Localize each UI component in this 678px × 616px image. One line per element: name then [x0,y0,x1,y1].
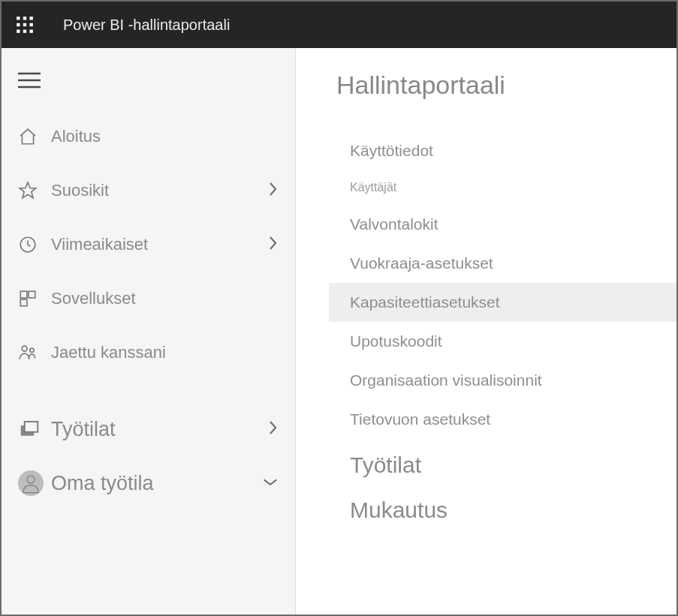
nav-item-label: Sovellukset [51,289,279,308]
app-title: Power BI -hallintaportaali [63,17,230,34]
nav-item-label: Työtilat [51,418,268,441]
admin-menu-item[interactable]: Käyttäjät [329,170,676,205]
svg-rect-19 [25,422,38,432]
svg-rect-13 [20,291,27,298]
topbar: Power BI -hallintaportaali [2,2,676,48]
avatar-icon [18,470,51,496]
nav-item-my-workspace[interactable]: Oma työtila [2,456,295,510]
svg-rect-5 [30,23,33,26]
svg-rect-4 [23,23,26,26]
svg-point-20 [27,476,35,483]
main-content: Hallintaportaali Käyttötiedot Käyttäjät … [296,48,676,614]
workspaces-icon [18,418,51,440]
svg-rect-2 [30,17,33,20]
admin-menu-item[interactable]: Mukautus [329,484,676,529]
svg-point-16 [22,346,27,351]
nav-list: Aloitus Suosikit Viimeaikaiset [2,110,295,380]
admin-menu-item[interactable]: Vuokraaja-asetukset [329,244,676,283]
shared-icon [18,343,51,362]
chevron-down-icon [262,476,279,490]
chevron-right-icon [268,180,279,201]
admin-menu: Käyttötiedot Käyttäjät Valvontalokit Vuo… [336,131,676,529]
svg-rect-0 [17,17,20,20]
home-icon [18,127,51,146]
admin-menu-item[interactable]: Käyttötiedot [329,131,676,170]
nav-item-workspaces[interactable]: Työtilat [2,402,295,456]
svg-rect-1 [23,17,26,20]
admin-menu-item[interactable]: Työtilat [329,439,676,484]
svg-rect-8 [30,30,33,33]
sidebar: Aloitus Suosikit Viimeaikaiset [2,48,296,614]
nav-item-favorites[interactable]: Suosikit [2,164,295,218]
nav-item-label: Oma työtila [51,472,262,495]
chevron-right-icon [268,234,279,255]
page-title: Hallintaportaali [336,71,676,100]
star-icon [18,181,51,200]
nav-item-label: Aloitus [51,127,279,146]
nav-item-label: Viimeaikaiset [51,235,268,254]
nav-item-label: Jaettu kanssani [51,343,279,362]
hamburger-button[interactable] [2,62,295,110]
nav-item-home[interactable]: Aloitus [2,110,295,164]
hamburger-icon [18,72,41,89]
svg-rect-7 [23,30,26,33]
app-launcher-button[interactable] [2,2,48,48]
clock-icon [18,235,51,254]
nav-item-label: Suosikit [51,181,268,200]
admin-menu-item[interactable]: Organisaation visualisoinnit [329,361,676,400]
svg-rect-6 [17,30,20,33]
svg-rect-14 [29,291,35,298]
svg-rect-15 [20,299,27,306]
admin-menu-item[interactable]: Valvontalokit [329,205,676,244]
admin-menu-item[interactable]: Tietovuon asetukset [329,400,676,439]
nav-item-recent[interactable]: Viimeaikaiset [2,218,295,272]
svg-rect-3 [17,23,20,26]
apps-icon [18,289,51,308]
admin-menu-item-selected[interactable]: Kapasiteettiasetukset [329,283,676,322]
svg-point-17 [30,348,34,352]
workspace-group: Työtilat Oma työtila [2,402,295,510]
nav-item-shared[interactable]: Jaettu kanssani [2,326,295,380]
admin-menu-item[interactable]: Upotuskoodit [329,322,676,361]
waffle-icon [15,15,35,35]
chevron-right-icon [268,419,279,440]
nav-item-apps[interactable]: Sovellukset [2,272,295,326]
